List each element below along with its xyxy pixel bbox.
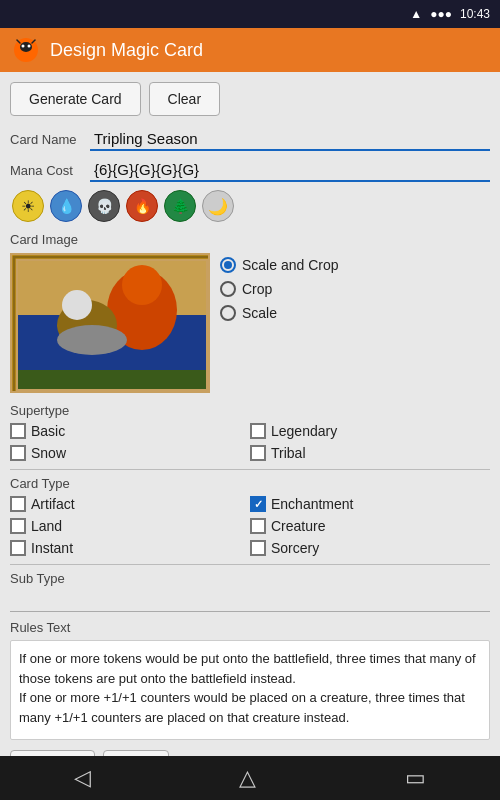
basic-label: Basic xyxy=(31,423,65,439)
image-options: Scale and Crop Crop Scale xyxy=(220,253,339,321)
skull-mana-button[interactable]: 💀 xyxy=(88,190,120,222)
app-header: Design Magic Card xyxy=(0,28,500,72)
mana-cost-label: Mana Cost xyxy=(10,163,90,178)
crop-label: Crop xyxy=(242,281,272,297)
svg-point-11 xyxy=(122,265,162,305)
home-button[interactable]: △ xyxy=(239,765,256,791)
mana-icon-row: ☀ 💧 💀 🔥 🌲 🌙 xyxy=(10,190,490,222)
scale-and-crop-option[interactable]: Scale and Crop xyxy=(220,257,339,273)
snow-label: Snow xyxy=(31,445,66,461)
svg-point-14 xyxy=(57,325,127,355)
mana-cost-input[interactable] xyxy=(90,159,490,182)
svg-point-3 xyxy=(28,45,31,48)
creature-checkbox-item[interactable]: Creature xyxy=(250,518,490,534)
mana-cost-row: Mana Cost xyxy=(10,159,490,182)
scale-label: Scale xyxy=(242,305,277,321)
svg-point-2 xyxy=(22,45,25,48)
legendary-label: Legendary xyxy=(271,423,337,439)
scale-option[interactable]: Scale xyxy=(220,305,339,321)
land-checkbox-item[interactable]: Land xyxy=(10,518,250,534)
toolbar: Generate Card Clear xyxy=(10,82,490,116)
card-image-section: Scale and Crop Crop Scale xyxy=(10,253,490,393)
signal-icon: ●●● xyxy=(430,7,452,21)
tribal-label: Tribal xyxy=(271,445,306,461)
time-display: 10:43 xyxy=(460,7,490,21)
svg-point-13 xyxy=(62,290,92,320)
clear-button[interactable]: Clear xyxy=(149,82,220,116)
rules-text-area[interactable]: If one or more tokens would be put onto … xyxy=(10,640,490,740)
card-type-checkboxes: Artifact Enchantment Land Creature Insta… xyxy=(10,496,490,556)
artifact-checkbox[interactable] xyxy=(10,496,26,512)
enchantment-checkbox[interactable] xyxy=(250,496,266,512)
legendary-checkbox-item[interactable]: Legendary xyxy=(250,423,490,439)
snow-checkbox-item[interactable]: Snow xyxy=(10,445,250,461)
main-content: Generate Card Clear Card Name Mana Cost … xyxy=(0,72,500,756)
card-image-label: Card Image xyxy=(10,232,490,247)
moon-mana-button[interactable]: 🌙 xyxy=(202,190,234,222)
basic-checkbox[interactable] xyxy=(10,423,26,439)
sorcery-label: Sorcery xyxy=(271,540,319,556)
card-name-label: Card Name xyxy=(10,132,90,147)
instant-label: Instant xyxy=(31,540,73,556)
nav-bar: ◁ △ ▭ xyxy=(0,756,500,800)
tribal-checkbox[interactable] xyxy=(250,445,266,461)
supertype-checkboxes: Basic Legendary Snow Tribal xyxy=(10,423,490,461)
card-art xyxy=(12,255,208,391)
back-button[interactable]: ◁ xyxy=(74,765,91,791)
instant-checkbox-item[interactable]: Instant xyxy=(10,540,250,556)
legendary-checkbox[interactable] xyxy=(250,423,266,439)
scale-and-crop-label: Scale and Crop xyxy=(242,257,339,273)
supertype-header: Supertype xyxy=(10,403,490,418)
svg-point-1 xyxy=(20,42,32,52)
card-name-row: Card Name xyxy=(10,128,490,151)
scale-and-crop-radio[interactable] xyxy=(220,257,236,273)
sorcery-checkbox[interactable] xyxy=(250,540,266,556)
sub-type-input[interactable] xyxy=(10,591,490,612)
creature-checkbox[interactable] xyxy=(250,518,266,534)
divider2 xyxy=(10,564,490,565)
instant-checkbox[interactable] xyxy=(10,540,26,556)
artifact-label: Artifact xyxy=(31,496,75,512)
scale-radio[interactable] xyxy=(220,305,236,321)
divider1 xyxy=(10,469,490,470)
sorcery-checkbox-item[interactable]: Sorcery xyxy=(250,540,490,556)
sun-mana-button[interactable]: ☀ xyxy=(12,190,44,222)
generate-card-button[interactable]: Generate Card xyxy=(10,82,141,116)
card-type-header: Card Type xyxy=(10,476,490,491)
app-logo-icon xyxy=(12,36,40,64)
rules-text-header: Rules Text xyxy=(10,620,490,635)
creature-label: Creature xyxy=(271,518,325,534)
status-bar: ▲ ●●● 10:43 xyxy=(0,0,500,28)
fire-mana-button[interactable]: 🔥 xyxy=(126,190,158,222)
card-name-input[interactable] xyxy=(90,128,490,151)
snow-checkbox[interactable] xyxy=(10,445,26,461)
artifact-checkbox-item[interactable]: Artifact xyxy=(10,496,250,512)
basic-checkbox-item[interactable]: Basic xyxy=(10,423,250,439)
app-title: Design Magic Card xyxy=(50,40,203,61)
enchantment-checkbox-item[interactable]: Enchantment xyxy=(250,496,490,512)
land-checkbox[interactable] xyxy=(10,518,26,534)
card-image-container[interactable] xyxy=(10,253,210,393)
tribal-checkbox-item[interactable]: Tribal xyxy=(250,445,490,461)
svg-rect-15 xyxy=(17,370,207,390)
enchantment-label: Enchantment xyxy=(271,496,354,512)
crop-radio[interactable] xyxy=(220,281,236,297)
card-art-svg xyxy=(12,255,208,391)
crop-option[interactable]: Crop xyxy=(220,281,339,297)
rules-text-content: If one or more tokens would be put onto … xyxy=(19,651,476,725)
tree-mana-button[interactable]: 🌲 xyxy=(164,190,196,222)
recent-button[interactable]: ▭ xyxy=(405,765,426,791)
water-mana-button[interactable]: 💧 xyxy=(50,190,82,222)
sub-type-header: Sub Type xyxy=(10,571,490,586)
wifi-icon: ▲ xyxy=(410,7,422,21)
land-label: Land xyxy=(31,518,62,534)
